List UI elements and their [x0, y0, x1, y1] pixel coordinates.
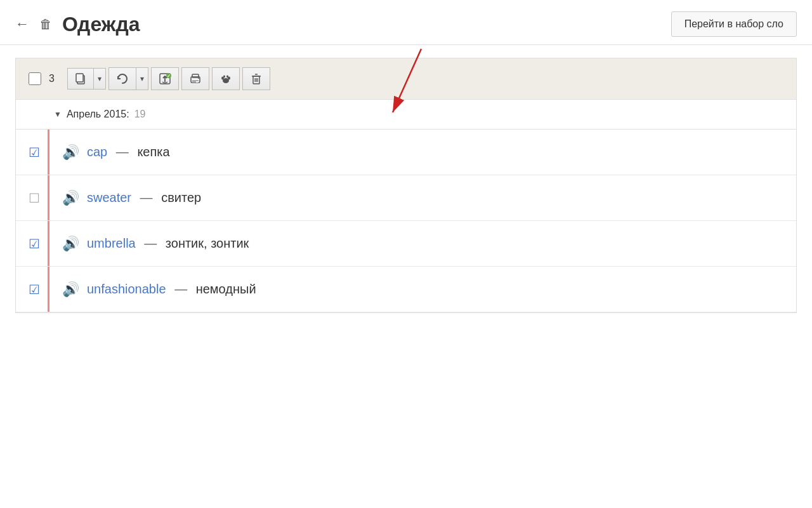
word-translation-umbrella: зонтик, зонтик	[166, 236, 249, 250]
word-row: ☑ 🔊 unfashionable — немодный	[16, 267, 796, 312]
selected-count: 3	[49, 73, 55, 84]
word-translation-sweater: свитер	[161, 190, 201, 204]
refresh-button[interactable]	[109, 68, 136, 90]
refresh-dropdown-arrow[interactable]: ▾	[136, 70, 148, 87]
group-label: Апрель 2015:	[67, 109, 129, 120]
word-row-separator	[48, 267, 49, 312]
word-link-cap[interactable]: cap	[87, 145, 107, 159]
refresh-button-group: ▾	[108, 67, 148, 90]
page-title: Одежда	[62, 13, 140, 36]
delete-button[interactable]	[242, 67, 270, 90]
nav-wordset-button[interactable]: Перейти в набор сло	[671, 11, 797, 37]
word-row-separator	[48, 221, 49, 266]
word-row: ☑ 🔊 cap — кепка	[16, 130, 796, 175]
svg-text:✓: ✓	[167, 74, 171, 78]
word-translation-cap: кепка	[137, 145, 169, 159]
word-row: ☑ 🔊 umbrella — зонтик, зонтик	[16, 221, 796, 267]
toolbar-buttons: ▾ ▾ ✓	[67, 67, 270, 90]
copy-button-group: ▾	[67, 68, 106, 90]
word-row-separator	[48, 175, 49, 220]
word-dash-sweater: —	[140, 190, 157, 204]
header: ← 🗑 Одежда Перейти в набор сло	[0, 0, 812, 45]
select-all-checkbox[interactable]	[29, 72, 41, 85]
audio-icon-cap[interactable]: 🔊	[62, 144, 79, 161]
copy-dropdown-arrow[interactable]: ▾	[94, 70, 105, 87]
header-trash-icon[interactable]: 🗑	[39, 17, 52, 32]
word-row-separator	[48, 130, 49, 175]
svg-point-16	[226, 76, 228, 78]
svg-point-11	[198, 77, 199, 79]
audio-icon-sweater[interactable]: 🔊	[62, 190, 79, 206]
group-collapse-icon[interactable]: ▼	[54, 110, 62, 119]
word-checkbox-cap[interactable]: ☑	[29, 145, 40, 160]
word-link-unfashionable[interactable]: unfashionable	[87, 282, 166, 296]
word-text-cap: cap — кепка	[87, 145, 170, 159]
word-dash-umbrella: —	[144, 236, 160, 250]
toolbar: 3 ▾ ▾	[15, 58, 797, 100]
group-header: ▼ Апрель 2015: 19	[16, 100, 796, 130]
group-count: 19	[134, 109, 146, 120]
word-checkbox-unfashionable[interactable]: ☑	[29, 282, 40, 297]
word-text-unfashionable: unfashionable — немодный	[87, 282, 256, 297]
print-button[interactable]	[181, 67, 209, 90]
back-button[interactable]: ←	[15, 16, 29, 32]
word-link-sweater[interactable]: sweater	[87, 190, 131, 204]
svg-rect-1	[76, 74, 83, 82]
paw-button[interactable]	[212, 67, 240, 90]
word-link-umbrella[interactable]: umbrella	[87, 236, 136, 250]
word-text-umbrella: umbrella — зонтик, зонтик	[87, 236, 249, 251]
word-translation-unfashionable: немодный	[196, 282, 256, 296]
svg-rect-8	[192, 74, 199, 77]
word-checkbox-sweater[interactable]: ☐	[29, 190, 40, 206]
word-dash-cap: —	[116, 145, 133, 159]
export-button[interactable]: ✓	[151, 67, 179, 90]
word-row: ☐ 🔊 sweater — свитер	[16, 175, 796, 221]
main-content: 3 ▾ ▾	[0, 45, 812, 326]
word-list: ▼ Апрель 2015: 19 ☑ 🔊 cap — кепка ☐ 🔊 sw…	[15, 100, 797, 313]
word-dash-unfashionable: —	[174, 282, 191, 296]
word-text-sweater: sweater — свитер	[87, 190, 201, 205]
audio-icon-umbrella[interactable]: 🔊	[62, 236, 79, 252]
word-checkbox-umbrella[interactable]: ☑	[29, 236, 40, 251]
audio-icon-unfashionable[interactable]: 🔊	[62, 281, 79, 298]
copy-button[interactable]	[68, 69, 94, 89]
svg-point-15	[223, 76, 225, 78]
header-left: ← 🗑 Одежда	[15, 13, 140, 36]
